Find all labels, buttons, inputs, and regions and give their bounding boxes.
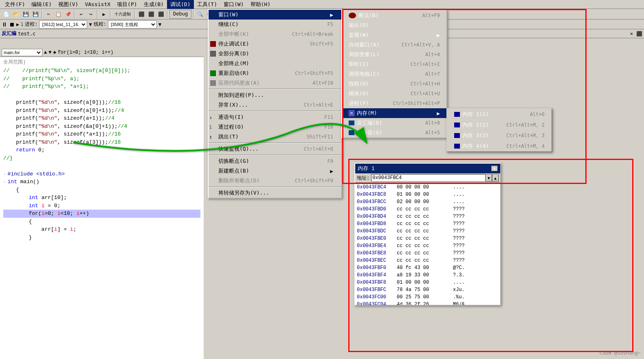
window-submenu-processes[interactable]: 进程(P) Ctrl+Shift+Alt+P: [342, 99, 446, 108]
window-submenu-threads[interactable]: 线程(H) Ctrl+Alt+H: [342, 79, 446, 89]
memory-panel-title[interactable]: 内存 1 ×: [355, 164, 500, 173]
window-submenu-output[interactable]: 输出(O): [342, 20, 446, 30]
menubar: 文件(F) 编辑(E) 视图(V) VAssistX 项目(P) 生成(B) 调…: [0, 0, 644, 9]
toolbar-save[interactable]: 💾: [21, 10, 30, 19]
thread-select[interactable]: [3580] 主线程: [108, 20, 157, 28]
nav-arrow-up[interactable]: ▲: [44, 50, 47, 55]
menu-help[interactable]: 帮助(H): [247, 0, 274, 9]
memory-submenu-1[interactable]: 内存 1(1) Alt+6: [447, 109, 552, 120]
toolbar-sep1: [42, 10, 42, 18]
thread-stop[interactable]: ⏹: [9, 21, 15, 28]
toolbar-copy[interactable]: 📋: [54, 10, 63, 19]
memory-row: 0x0043FBE0cc cc cc cc????: [357, 235, 499, 242]
thread-pause[interactable]: ⏸: [2, 21, 7, 28]
code-line: [3, 91, 200, 99]
debug-menu-exceptions[interactable]: 异常(X)... Ctrl+Alt+E: [209, 100, 341, 110]
memory-row: 0x0043FC0000 25 75 00.%u.: [357, 293, 499, 301]
toolbar-more1[interactable]: 🔍: [196, 10, 204, 19]
memory-addr-bar: 地址: ▼ ▲: [355, 173, 500, 183]
memory-row: 0x0043FBF4a8 19 33 00?.3.: [357, 271, 499, 279]
debug-menu-terminate[interactable]: 全部终止(M): [209, 59, 341, 68]
debug-menu-restart[interactable]: 重新启动(R) Ctrl+Shift+F5: [209, 68, 341, 78]
memory-submenu-4[interactable]: 内存 4(4) Ctrl+Alt+M, 4: [447, 141, 552, 151]
code-navbar: main.for ▲ ▼ ◆ for(i=0; i<10; i++): [0, 48, 204, 57]
debug-menu-step-out[interactable]: ↥ 跳出(T) Shift+F11: [209, 132, 341, 142]
debug-menu-step-into[interactable]: ↓ 逐语句(I) F11: [209, 112, 341, 122]
submenu-arrow-window: ▶: [330, 12, 333, 18]
memory-row: 0x0043FBD8cc cc cc cc????: [357, 220, 499, 228]
scope-select[interactable]: main.for: [2, 49, 42, 56]
toolbar-arrow[interactable]: ▶: [99, 10, 108, 19]
debug-menu-step-over[interactable]: ⤵ 逐过程(O) F10: [209, 122, 341, 132]
window-submenu-watch[interactable]: 监视(W) ▶: [342, 30, 446, 40]
debug-menu-window[interactable]: 窗口(W) ▶ 断点(B) Alt+F9 输出(O) 监视(W) ▶ 自动窗口(…: [209, 10, 341, 20]
code-line-arr-assign: arr[i] = i;: [3, 225, 200, 234]
submenu-arrow-bp: ▶: [330, 168, 333, 174]
submenu-arrow-memory: ▶: [437, 110, 440, 116]
toolbar-redo[interactable]: ↪: [86, 10, 95, 19]
thread-btn1[interactable]: ▶: [16, 22, 19, 27]
toolbar-new[interactable]: 📄: [2, 10, 11, 19]
window-submenu-modules[interactable]: 模块(O) Ctrl+Alt+U: [342, 89, 446, 99]
toolbar-save2[interactable]: 💾: [31, 10, 40, 19]
thread-btn2[interactable]: ⤵: [21, 22, 23, 27]
decompile-float[interactable]: ⬛: [636, 31, 642, 37]
menu-build[interactable]: 生成(B): [141, 0, 167, 9]
menu-window[interactable]: 窗口(W): [220, 0, 247, 9]
menu-debug[interactable]: 调试(D): [167, 0, 193, 9]
window-submenu-immediate[interactable]: 即时(I) Ctrl+Alt+I: [342, 59, 446, 69]
menu-file[interactable]: 文件(F): [2, 0, 28, 9]
debug-menu-delete-bp[interactable]: 删除所有断点(D) Ctrl+Shift+F9: [209, 176, 341, 186]
process-select[interactable]: [3612] test_11_16.: [39, 20, 87, 28]
debug-menu-new-bp[interactable]: 新建断点(B) ▶: [209, 166, 341, 176]
memory-submenu-3[interactable]: 内存 3(3) Ctrl+Alt+M, 3: [447, 130, 552, 141]
window-submenu-locals[interactable]: 局部变量(L) Alt+4: [342, 50, 446, 59]
toolbar-open[interactable]: 📂: [11, 10, 20, 19]
window-submenu-disassembly[interactable]: 反汇编(D) Alt+8: [342, 118, 446, 128]
debug-menu-detach[interactable]: 全部分离(D): [209, 49, 341, 59]
window-submenu-breakpoints[interactable]: 断点(B) Alt+F9: [342, 11, 446, 20]
decompile-close[interactable]: ×: [630, 31, 633, 37]
window-submenu-registers[interactable]: 寄存器(G) Alt+5: [342, 128, 446, 138]
code-content[interactable]: 全局范围) // //printf("%d\n", sizeof(a[0][0]…: [0, 57, 204, 359]
code-line-main: - int main(): [3, 178, 200, 186]
window-submenu-memory[interactable]: M 内存(M) ▶ 内存 1(1) Alt+6: [342, 108, 446, 118]
toolbar-paste[interactable]: 📌: [64, 10, 73, 19]
code-line-include: - #include <stdio.h>: [3, 170, 200, 178]
debug-menu-quick-watch[interactable]: 快速监视(Q)... Ctrl+Alt+Q: [209, 144, 341, 154]
debug-menu-break-all[interactable]: 全部中断(K) Ctrl+Alt+Break: [209, 29, 341, 39]
menu-edit[interactable]: 编辑(E): [28, 0, 55, 9]
thread-dropdown-arrow[interactable]: ▼: [89, 22, 92, 27]
nav-arrow-down[interactable]: ▼: [48, 50, 51, 55]
memory-addr-input[interactable]: [371, 174, 486, 182]
toolbar-b3[interactable]: ⬛: [156, 10, 165, 19]
debug-menu-toggle-bp[interactable]: 切换断点(G) F9: [209, 156, 341, 166]
debug-menu-apply[interactable]: 应用代码更改(A) Alt+F10: [209, 78, 341, 88]
memory-addr-down[interactable]: ▼: [486, 174, 492, 182]
memory-submenu-2[interactable]: 内存 2(2) Ctrl+Alt+M, 2: [447, 120, 552, 130]
window-submenu-callstack[interactable]: 调用堆栈(C) Alt+7: [342, 69, 446, 79]
memory-scroll-up[interactable]: ▲: [492, 174, 499, 182]
toolbar-b2[interactable]: ⬛: [147, 10, 156, 19]
menu-view[interactable]: 视图(V): [55, 0, 81, 9]
toolbar-cut[interactable]: ✂: [44, 10, 53, 19]
code-line: {: [3, 186, 200, 194]
toolbar-hex[interactable]: 十六进制: [112, 10, 133, 19]
window-submenu-auto[interactable]: 自动窗口(A) Ctrl+Alt+V, A: [342, 40, 446, 50]
memory-row: 0x0043FBECcc cc cc cc????: [357, 257, 499, 264]
debug-menu-stop[interactable]: 停止调试(E) Shift+F5: [209, 39, 341, 49]
code-line: return 0;: [3, 146, 200, 154]
toolbar-undo[interactable]: ↩: [77, 10, 86, 19]
menu-project[interactable]: 项目(P): [114, 0, 140, 9]
debug-menu-attach[interactable]: 附加到进程(P)...: [209, 90, 341, 100]
debug-menu-continue[interactable]: 继续(C) F5: [209, 20, 341, 29]
thread-dropdown-arrow2[interactable]: ▼: [158, 22, 161, 27]
memory-panel-close[interactable]: ×: [491, 166, 498, 171]
menu-vassistx[interactable]: VAssistX: [81, 0, 114, 8]
toolbar-sep4: [110, 10, 111, 18]
toolbar-b1[interactable]: ⬛: [137, 10, 146, 19]
debug-menu-save-dump[interactable]: 将转储另存为(V)...: [209, 188, 341, 198]
toolbar-debug[interactable]: Debug: [169, 10, 191, 19]
memory-content[interactable]: 0x0043FBC400 00 00 00.... 0x0043FBC801 0…: [355, 183, 500, 305]
menu-tools[interactable]: 工具(T): [194, 0, 220, 9]
